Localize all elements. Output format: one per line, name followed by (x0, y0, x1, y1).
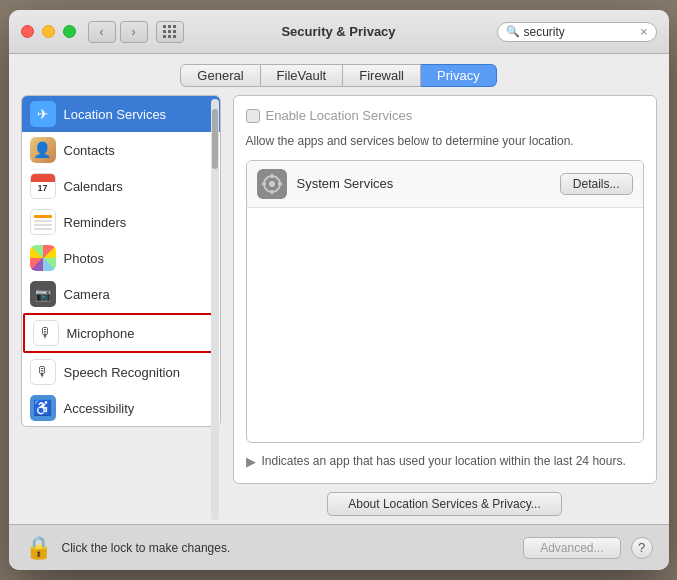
forward-icon: › (132, 25, 136, 39)
services-list: System Services Details... (246, 160, 644, 443)
titlebar: ‹ › Security & Privacy 🔍 × (9, 10, 669, 54)
sidebar-item-microphone[interactable]: 🎙 Microphone (23, 313, 219, 353)
grid-icon (163, 25, 177, 39)
tabs-bar: General FileVault Firewall Privacy (9, 54, 669, 95)
sidebar-scrollbar-thumb[interactable] (212, 109, 218, 169)
photos-icon (30, 245, 56, 271)
contacts-icon: 👤 (30, 137, 56, 163)
sidebar-label-calendars: Calendars (64, 179, 123, 194)
sidebar-label-accessibility: Accessibility (64, 401, 135, 416)
about-btn-row: About Location Services & Privacy... (233, 492, 657, 516)
minimize-button[interactable] (42, 25, 55, 38)
microphone-icon: 🎙 (33, 320, 59, 346)
close-button[interactable] (21, 25, 34, 38)
enable-label: Enable Location Services (266, 108, 413, 123)
back-icon: ‹ (100, 25, 104, 39)
service-name: System Services (297, 176, 550, 191)
advanced-button[interactable]: Advanced... (523, 537, 620, 559)
system-services-icon (257, 169, 287, 199)
sidebar-item-photos[interactable]: Photos (22, 240, 220, 276)
speech-icon: 🎙 (30, 359, 56, 385)
about-location-button[interactable]: About Location Services & Privacy... (327, 492, 562, 516)
search-clear-button[interactable]: × (640, 25, 648, 38)
sidebar-label-reminders: Reminders (64, 215, 127, 230)
reminders-icon (30, 209, 56, 235)
calendars-icon: 17 (30, 173, 56, 199)
sidebar-label-location: Location Services (64, 107, 167, 122)
sidebar-item-reminders[interactable]: Reminders (22, 204, 220, 240)
tab-general[interactable]: General (180, 64, 260, 87)
main-panel: Enable Location Services Allow the apps … (233, 95, 657, 524)
content-area: ✈ Location Services 👤 Contacts 17 (9, 95, 669, 524)
arrow-icon: ▶ (246, 453, 256, 471)
search-icon: 🔍 (506, 25, 520, 38)
hint-row: ▶ Indicates an app that has used your lo… (246, 453, 644, 471)
sidebar: ✈ Location Services 👤 Contacts 17 (21, 95, 221, 427)
sidebar-item-camera[interactable]: 📷 Camera (22, 276, 220, 312)
lock-text: Click the lock to make changes. (62, 541, 514, 555)
sidebar-item-contacts[interactable]: 👤 Contacts (22, 132, 220, 168)
sidebar-item-location[interactable]: ✈ Location Services (22, 96, 220, 132)
tab-filevault[interactable]: FileVault (261, 64, 344, 87)
sidebar-label-microphone: Microphone (67, 326, 135, 341)
service-row: System Services Details... (247, 161, 643, 208)
accessibility-icon: ♿ (30, 395, 56, 421)
sidebar-label-speech: Speech Recognition (64, 365, 180, 380)
sidebar-label-photos: Photos (64, 251, 104, 266)
sidebar-container: ✈ Location Services 👤 Contacts 17 (21, 95, 221, 524)
details-button[interactable]: Details... (560, 173, 633, 195)
back-button[interactable]: ‹ (88, 21, 116, 43)
forward-button[interactable]: › (120, 21, 148, 43)
hint-text: Indicates an app that has used your loca… (262, 453, 626, 470)
window: ‹ › Security & Privacy 🔍 × General FileV… (9, 10, 669, 570)
lock-icon[interactable]: 🔒 (25, 535, 52, 561)
sidebar-scrollbar[interactable] (211, 99, 219, 520)
maximize-button[interactable] (63, 25, 76, 38)
search-box[interactable]: 🔍 × (497, 22, 657, 42)
sidebar-label-camera: Camera (64, 287, 110, 302)
sidebar-item-calendars[interactable]: 17 Calendars (22, 168, 220, 204)
tab-firewall[interactable]: Firewall (343, 64, 421, 87)
camera-icon: 📷 (30, 281, 56, 307)
enable-row: Enable Location Services (246, 108, 644, 123)
location-icon: ✈ (30, 101, 56, 127)
grid-button[interactable] (156, 21, 184, 43)
panel-content: Enable Location Services Allow the apps … (233, 95, 657, 484)
sidebar-item-speech[interactable]: 🎙 Speech Recognition (22, 354, 220, 390)
traffic-lights (21, 25, 76, 38)
bottom-bar: 🔒 Click the lock to make changes. Advanc… (9, 524, 669, 570)
nav-buttons: ‹ › (88, 21, 148, 43)
sub-text: Allow the apps and services below to det… (246, 133, 644, 150)
search-input[interactable] (524, 25, 636, 39)
sidebar-label-contacts: Contacts (64, 143, 115, 158)
sidebar-item-accessibility[interactable]: ♿ Accessibility (22, 390, 220, 426)
help-button[interactable]: ? (631, 537, 653, 559)
tab-privacy[interactable]: Privacy (421, 64, 497, 87)
window-title: Security & Privacy (281, 24, 395, 39)
svg-point-2 (269, 181, 275, 187)
enable-checkbox[interactable] (246, 109, 260, 123)
